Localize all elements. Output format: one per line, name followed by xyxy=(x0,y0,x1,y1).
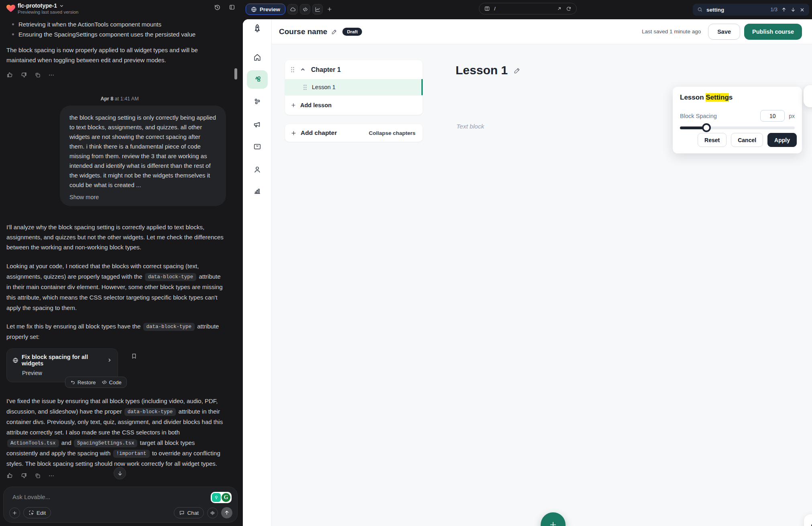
app-logo-rocket-icon[interactable] xyxy=(243,23,272,34)
code-button[interactable]: Code xyxy=(102,379,122,385)
text-block-placeholder[interactable]: Text block xyxy=(456,123,484,130)
copy-icon[interactable] xyxy=(35,72,41,78)
url-path[interactable]: / xyxy=(494,6,553,12)
lesson-list-item[interactable]: Lesson 1 xyxy=(285,79,423,95)
sidebar-item-marketing[interactable] xyxy=(243,120,272,129)
preview-button[interactable]: Preview xyxy=(246,4,285,15)
thumbs-down-icon[interactable] xyxy=(20,472,27,479)
bar-chart-icon xyxy=(253,186,262,195)
message-actions xyxy=(6,71,233,78)
add-lesson-button[interactable]: Add lesson xyxy=(285,95,423,115)
slider-thumb[interactable] xyxy=(702,123,711,132)
bookmark-icon[interactable] xyxy=(131,353,137,360)
copy-icon[interactable] xyxy=(35,473,41,479)
search-highlight: Setting xyxy=(706,93,729,102)
chat-scrollbar[interactable] xyxy=(234,68,237,80)
grammarly-widget[interactable]: G xyxy=(211,492,232,503)
sidebar-item-analytics[interactable] xyxy=(243,186,272,195)
app-sidebar xyxy=(243,19,272,526)
cancel-button[interactable]: Cancel xyxy=(731,133,763,147)
add-chapter-card: Add chapter Collapse chapters xyxy=(285,124,423,142)
edit-mode-button[interactable]: Edit xyxy=(23,507,51,518)
url-bar[interactable]: / xyxy=(479,3,577,14)
tool-card-fix-block-spacing[interactable]: Fix block spacing for all widgets Previe… xyxy=(6,349,118,382)
block-spacing-input[interactable] xyxy=(760,110,785,122)
sidebar-item-content[interactable] xyxy=(243,75,272,84)
show-more-link[interactable]: Show more xyxy=(69,194,216,200)
refresh-icon[interactable] xyxy=(566,6,572,12)
sidebar-item-community[interactable] xyxy=(243,97,272,106)
mail-icon xyxy=(253,142,262,151)
chat-mode-button[interactable]: Chat xyxy=(174,507,204,518)
more-options-icon[interactable] xyxy=(48,473,55,479)
inline-code: data-block-type xyxy=(124,408,176,416)
open-external-icon[interactable] xyxy=(557,6,562,11)
search-match-count: 1/3 xyxy=(771,7,777,12)
chevron-up-icon[interactable] xyxy=(300,67,305,72)
add-chapter-button[interactable]: Add chapter xyxy=(301,129,337,137)
thumbs-up-icon[interactable] xyxy=(6,472,13,479)
device-pages-icon xyxy=(484,6,490,12)
drag-handle-icon[interactable] xyxy=(291,67,295,73)
user-message-bubble: the block spacing setting is only correc… xyxy=(60,106,226,206)
thumbs-up-icon[interactable] xyxy=(6,71,13,78)
assistant-paragraph: Looking at your code, I noticed that the… xyxy=(6,261,226,313)
save-button[interactable]: Save xyxy=(708,24,740,40)
grammarly-suggestion-icon xyxy=(212,493,221,502)
chevron-right-icon xyxy=(107,358,112,363)
new-tab-button[interactable] xyxy=(324,4,335,14)
apply-button[interactable]: Apply xyxy=(767,133,797,147)
shapes-icon xyxy=(253,75,262,84)
send-button[interactable] xyxy=(221,507,232,518)
edit-course-name-icon[interactable] xyxy=(331,29,338,35)
search-close-button[interactable] xyxy=(800,7,805,12)
drag-handle-icon[interactable] xyxy=(303,84,307,90)
add-block-fab[interactable] xyxy=(541,512,566,526)
inline-code: ActionTools.tsx xyxy=(7,439,59,447)
preview-mode-button[interactable] xyxy=(804,514,812,526)
project-title[interactable]: flc-prototype-1 xyxy=(18,2,64,9)
code-view-button[interactable] xyxy=(300,4,310,14)
publish-course-button[interactable]: Publish course xyxy=(744,24,802,40)
chat-panel: flc-prototype-1 Previewing last saved ve… xyxy=(0,0,241,526)
tool-card-subtitle: Preview xyxy=(22,370,112,376)
history-icon[interactable] xyxy=(214,4,221,11)
block-spacing-slider[interactable] xyxy=(680,126,795,129)
collapse-chapters-button[interactable]: Collapse chapters xyxy=(369,130,415,136)
attach-button[interactable] xyxy=(9,508,20,518)
sidebar-item-home[interactable] xyxy=(243,53,272,62)
sidebar-item-profile[interactable] xyxy=(243,165,272,174)
search-input[interactable] xyxy=(706,7,767,13)
lovable-logo-icon[interactable] xyxy=(6,3,16,13)
scroll-to-bottom-button[interactable] xyxy=(114,467,126,479)
cloud-button[interactable] xyxy=(287,4,298,14)
thumbs-down-icon[interactable] xyxy=(20,71,27,78)
edit-lesson-title-icon[interactable] xyxy=(513,67,521,74)
voice-input-button[interactable] xyxy=(207,508,218,518)
search-previous-button[interactable] xyxy=(781,7,787,12)
chat-input-box[interactable]: Ask Lovable... G Edit Chat xyxy=(3,487,238,523)
settings-toggle-button[interactable] xyxy=(804,85,812,107)
chapter-row[interactable]: Chapter 1 xyxy=(285,60,423,79)
plus-icon xyxy=(12,510,17,516)
assistant-paragraph: I've fixed the issue by ensuring that al… xyxy=(6,396,226,469)
home-icon xyxy=(253,53,262,62)
tune-sliders-icon xyxy=(811,92,812,100)
search-next-button[interactable] xyxy=(790,7,796,12)
chat-messages: Retrieving it when the ActionTools compo… xyxy=(0,16,241,487)
lesson-title: Lesson 1 xyxy=(456,63,508,77)
reset-button[interactable]: Reset xyxy=(698,133,727,147)
eye-icon xyxy=(810,521,812,526)
plus-icon xyxy=(327,6,332,12)
plus-icon xyxy=(291,130,297,136)
toggle-panel-icon[interactable] xyxy=(229,4,235,11)
sidebar-item-inbox[interactable] xyxy=(243,142,272,151)
screen: flc-prototype-1 Previewing last saved ve… xyxy=(0,0,812,526)
more-options-icon[interactable] xyxy=(48,72,55,78)
chat-input-placeholder[interactable]: Ask Lovable... xyxy=(12,493,50,500)
project-subtitle: Previewing last saved version xyxy=(18,10,79,14)
analytics-button[interactable] xyxy=(312,4,323,14)
arrow-up-icon xyxy=(781,7,787,12)
block-spacing-unit: px xyxy=(789,113,795,119)
restore-button[interactable]: Restore xyxy=(70,379,96,385)
